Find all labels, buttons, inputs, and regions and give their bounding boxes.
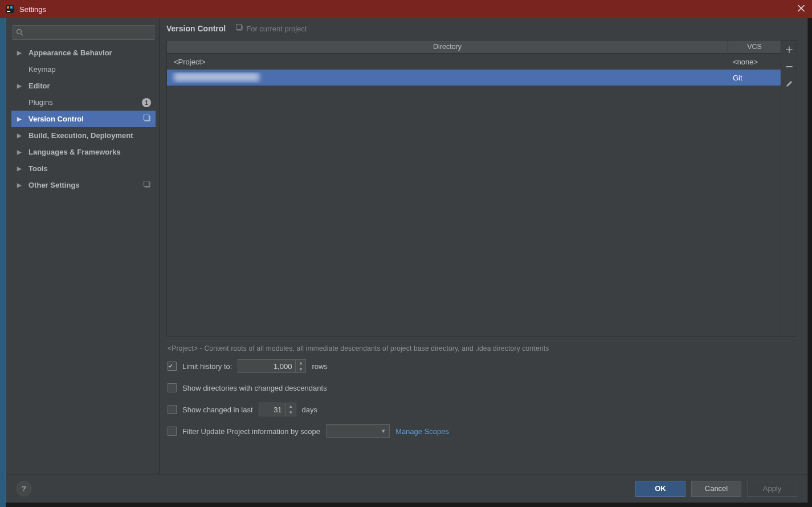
contextual-project-icon (236, 24, 243, 33)
contextual-project-icon (144, 181, 151, 190)
show-changed-checkbox[interactable] (168, 405, 177, 414)
cell-vcs: Git (728, 74, 781, 82)
contextual-project-icon (144, 115, 151, 124)
show-changed-input[interactable] (259, 405, 285, 414)
sidebar-item-other-settings[interactable]: ▶ Other Settings (11, 177, 156, 193)
chevron-right-icon: ▶ (17, 149, 24, 155)
limit-history-label: Limit history to: (182, 362, 232, 371)
sidebar-item-label: Build, Execution, Deployment (28, 131, 133, 140)
chevron-right-icon: ▶ (17, 165, 24, 172)
page-title: Version Control (166, 24, 226, 33)
sidebar-item-plugins[interactable]: Plugins 1 (11, 94, 156, 111)
sidebar-item-build-execution-deployment[interactable]: ▶ Build, Execution, Deployment (11, 127, 156, 144)
chevron-right-icon: ▶ (17, 182, 24, 188)
filter-scope-checkbox[interactable] (168, 427, 177, 436)
show-dirs-label: Show directories with changed descendant… (182, 384, 327, 392)
limit-history-checkbox[interactable] (168, 362, 177, 371)
svg-rect-2 (10, 6, 13, 9)
apply-button[interactable]: Apply (747, 481, 797, 497)
cell-directory (167, 72, 728, 83)
sidebar-item-keymap[interactable]: Keymap (11, 61, 156, 78)
chevron-right-icon: ▶ (17, 132, 24, 139)
search-input[interactable] (13, 25, 154, 40)
show-changed-spinner[interactable]: ▲ ▼ (259, 403, 296, 416)
sidebar-item-label: Tools (28, 164, 48, 173)
column-header-vcs[interactable]: VCS (728, 40, 781, 53)
limit-history-input[interactable] (238, 362, 295, 371)
sidebar-item-editor[interactable]: ▶ Editor (11, 78, 156, 94)
show-changed-label: Show changed in last (182, 405, 253, 414)
spinner-down-icon[interactable]: ▼ (296, 366, 305, 372)
chevron-right-icon: ▶ (17, 116, 24, 122)
sidebar-item-languages-frameworks[interactable]: ▶ Languages & Frameworks (11, 144, 156, 160)
add-button[interactable] (784, 44, 795, 55)
help-text: <Project> - Content roots of all modules… (168, 344, 797, 352)
spinner-down-icon[interactable]: ▼ (286, 409, 296, 416)
sidebar-item-label: Keymap (28, 65, 56, 74)
sidebar-item-version-control[interactable]: ▶ Version Control (11, 111, 156, 127)
sidebar-item-label: Appearance & Behavior (28, 48, 112, 57)
svg-rect-7 (144, 115, 149, 120)
current-project-label: For current project (246, 25, 307, 33)
filter-scope-dropdown[interactable]: ▼ (326, 424, 390, 438)
spinner-up-icon[interactable]: ▲ (286, 403, 296, 409)
manage-scopes-link[interactable]: Manage Scopes (395, 427, 449, 436)
cell-directory: <Project> (167, 58, 728, 66)
svg-rect-9 (144, 181, 149, 186)
limit-history-suffix: rows (312, 362, 327, 371)
remove-button[interactable] (784, 61, 795, 72)
help-button[interactable]: ? (16, 481, 32, 497)
limit-history-spinner[interactable]: ▲ ▼ (238, 359, 306, 373)
table-row[interactable]: <Project> <none> (167, 54, 781, 70)
sidebar-item-tools[interactable]: ▶ Tools (11, 160, 156, 177)
cancel-button[interactable]: Cancel (691, 481, 741, 497)
svg-rect-11 (236, 25, 242, 30)
filter-scope-label: Filter Update Project information by sco… (182, 427, 320, 436)
cell-vcs: <none> (728, 58, 781, 66)
chevron-right-icon: ▶ (17, 83, 24, 89)
sidebar-item-appearance-behavior[interactable]: ▶ Appearance & Behavior (11, 44, 156, 61)
svg-rect-1 (7, 6, 9, 9)
chevron-down-icon: ▼ (381, 428, 386, 434)
plugins-update-badge: 1 (142, 98, 151, 107)
vcs-mappings-table[interactable]: Directory VCS <Project> <none> Git (166, 40, 781, 336)
chevron-right-icon: ▶ (17, 50, 24, 56)
sidebar-item-label: Languages & Frameworks (28, 148, 121, 156)
app-icon (5, 4, 15, 14)
column-header-directory[interactable]: Directory (167, 40, 728, 53)
close-icon[interactable] (795, 2, 807, 17)
spinner-up-icon[interactable]: ▲ (296, 360, 305, 366)
redacted-path (174, 72, 259, 82)
svg-rect-3 (7, 11, 10, 12)
window-title: Settings (19, 5, 46, 14)
settings-tree: ▶ Appearance & Behavior Keymap ▶ Editor … (11, 44, 156, 193)
show-changed-suffix: days (302, 405, 317, 414)
table-row[interactable]: Git (167, 70, 781, 86)
edit-button[interactable] (784, 78, 795, 90)
background-editor-sliver (0, 18, 6, 507)
ok-button[interactable]: OK (635, 481, 685, 497)
sidebar-item-label: Editor (28, 82, 50, 90)
sidebar-item-label: Version Control (28, 115, 84, 123)
sidebar-item-label: Plugins (28, 98, 53, 107)
show-dirs-checkbox[interactable] (168, 383, 177, 392)
current-project-badge: For current project (236, 24, 307, 33)
sidebar-item-label: Other Settings (28, 181, 80, 189)
